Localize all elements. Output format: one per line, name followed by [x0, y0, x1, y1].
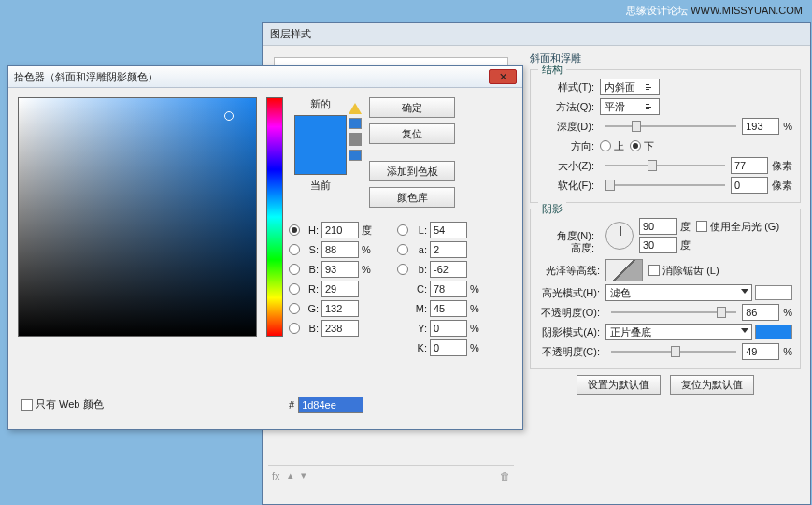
- g-label: G:: [302, 303, 319, 314]
- global-light-checkbox[interactable]: [696, 221, 707, 232]
- y-unit: %: [470, 323, 487, 334]
- cube-icon[interactable]: [349, 133, 362, 146]
- bl-input[interactable]: [321, 320, 359, 337]
- k-label: K:: [410, 342, 427, 354]
- c-input[interactable]: [430, 281, 467, 297]
- global-light-label: 使用全局光 (G): [710, 220, 779, 234]
- m-label: M:: [410, 303, 427, 314]
- web-colors-label: 只有 Web 颜色: [36, 397, 104, 411]
- direction-label: 方向:: [538, 139, 594, 153]
- r-label: R:: [302, 283, 319, 295]
- highlight-opacity-slider[interactable]: [611, 306, 736, 319]
- antialias-checkbox[interactable]: [648, 265, 660, 276]
- shadow-opacity-slider[interactable]: [611, 345, 736, 358]
- altitude-input[interactable]: [639, 237, 677, 253]
- color-field[interactable]: [18, 97, 257, 337]
- size-label: 大小(Z):: [538, 159, 594, 173]
- b2-radio[interactable]: [397, 264, 408, 275]
- ok-button[interactable]: 确定: [369, 97, 455, 118]
- h-radio[interactable]: [289, 224, 300, 236]
- highlight-color-swatch[interactable]: [755, 285, 792, 300]
- soften-slider[interactable]: [605, 179, 725, 192]
- hex-input[interactable]: [298, 397, 363, 413]
- a-radio[interactable]: [397, 244, 408, 255]
- shadow-legend: 阴影: [538, 202, 566, 216]
- s-radio[interactable]: [289, 244, 300, 255]
- s-label: S:: [302, 244, 319, 255]
- cancel-button[interactable]: 复位: [369, 123, 455, 144]
- bl-label: B:: [302, 323, 319, 334]
- angle-input[interactable]: [639, 218, 677, 235]
- s-input[interactable]: [321, 241, 359, 258]
- r-radio[interactable]: [289, 283, 300, 295]
- b2-input[interactable]: [430, 261, 467, 278]
- b-radio[interactable]: [289, 264, 300, 275]
- c-unit: %: [470, 283, 487, 295]
- structure-fieldset: 结构 样式(T):内斜面 方法(Q):平滑 深度(D):% 方向:上 下 大小(…: [530, 69, 801, 203]
- close-button[interactable]: ✕: [489, 69, 517, 84]
- websafe-swatch[interactable]: [349, 150, 362, 161]
- make-default-button[interactable]: 设置为默认值: [577, 375, 661, 395]
- depth-label: 深度(D):: [538, 120, 594, 134]
- l-radio[interactable]: [397, 224, 408, 236]
- m-input[interactable]: [430, 300, 467, 317]
- method-label: 方法(Q):: [538, 100, 594, 114]
- method-dropdown[interactable]: 平滑: [600, 98, 660, 115]
- hue-slider[interactable]: [266, 97, 283, 337]
- shadow-color-swatch[interactable]: [755, 325, 792, 339]
- bl-radio[interactable]: [289, 323, 300, 334]
- shadow-mode-dropdown[interactable]: 正片叠底: [605, 324, 752, 340]
- gloss-contour[interactable]: [605, 259, 643, 281]
- h-unit: 度: [362, 224, 378, 238]
- depth-input[interactable]: [742, 118, 779, 135]
- r-input[interactable]: [321, 281, 359, 297]
- l-input[interactable]: [430, 222, 467, 238]
- style-label: 样式(T):: [538, 80, 594, 94]
- shadow-mode-label: 阴影模式(A):: [538, 325, 600, 339]
- layer-style-footer-icons: fx▴▾🗑: [268, 465, 514, 482]
- gamut-warning-icon[interactable]: [349, 103, 362, 114]
- k-input[interactable]: [430, 339, 467, 356]
- style-dropdown[interactable]: 内斜面: [600, 79, 660, 95]
- direction-up-radio[interactable]: [600, 140, 611, 152]
- watermark-ch: 思缘设计论坛: [626, 5, 688, 16]
- layer-style-title: 图层样式: [263, 23, 810, 46]
- add-swatch-button[interactable]: 添加到色板: [369, 161, 455, 181]
- gamut-swatch[interactable]: [349, 118, 362, 129]
- soften-input[interactable]: [731, 177, 768, 194]
- angle-unit: 度: [680, 220, 691, 234]
- g-input[interactable]: [321, 300, 359, 317]
- s-unit: %: [362, 244, 378, 255]
- shadow-opacity-input[interactable]: [742, 343, 779, 360]
- altitude-label: 高度:: [538, 241, 594, 255]
- soften-label: 软化(F):: [538, 179, 594, 193]
- b-input[interactable]: [321, 261, 359, 278]
- c-label: C:: [410, 283, 427, 295]
- highlight-opacity-label: 不透明度(O):: [538, 306, 600, 320]
- fx-label: fx: [272, 470, 280, 482]
- h-label: H:: [302, 224, 319, 236]
- size-slider[interactable]: [605, 159, 725, 172]
- color-picker-dialog: 拾色器（斜面和浮雕阴影颜色） ✕ 新的 当前 确定 复位 添加到色板 颜色库 H…: [7, 65, 523, 430]
- highlight-opacity-input[interactable]: [742, 304, 779, 321]
- a-input[interactable]: [430, 241, 467, 258]
- g-radio[interactable]: [289, 303, 300, 314]
- depth-slider[interactable]: [605, 120, 736, 133]
- y-input[interactable]: [430, 320, 467, 337]
- angle-dial[interactable]: [605, 222, 634, 250]
- trash-icon[interactable]: 🗑: [500, 470, 510, 482]
- size-input[interactable]: [731, 157, 768, 174]
- shadow-fieldset: 阴影 角度(N):度 使用全局光 (G)度 高度: 光泽等高线: 消除锯齿 (L…: [530, 209, 801, 369]
- bevel-group-label: 斜面和浮雕: [530, 51, 801, 65]
- h-input[interactable]: [321, 222, 359, 238]
- direction-down-radio[interactable]: [630, 140, 641, 152]
- reset-default-button[interactable]: 复位为默认值: [670, 375, 754, 395]
- highlight-mode-dropdown[interactable]: 滤色: [605, 284, 752, 301]
- altitude-unit: 度: [680, 238, 691, 252]
- b-label: B:: [302, 264, 319, 275]
- highlight-mode-label: 高光模式(H):: [538, 286, 600, 300]
- k-unit: %: [470, 342, 487, 354]
- color-libraries-button[interactable]: 颜色库: [369, 187, 455, 208]
- web-colors-checkbox[interactable]: [21, 399, 33, 411]
- m-unit: %: [470, 303, 487, 314]
